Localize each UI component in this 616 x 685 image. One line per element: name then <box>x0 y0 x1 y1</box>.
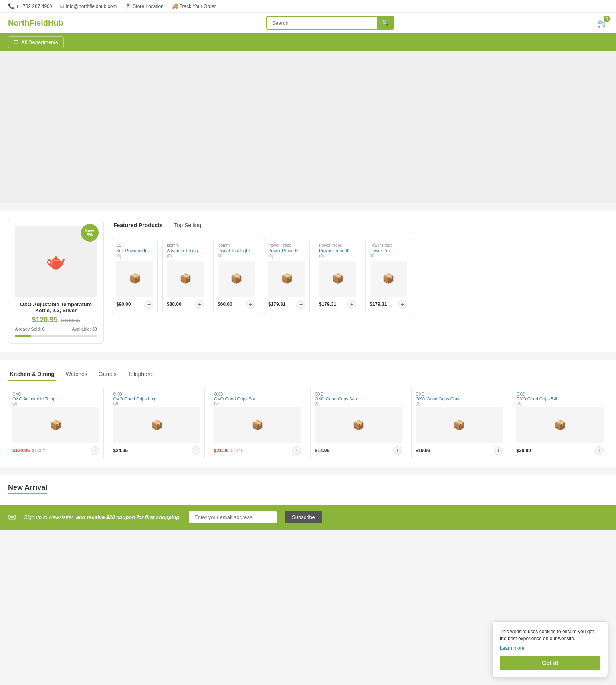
product-price: $179.31 <box>370 301 387 307</box>
product-name[interactable]: Advance Timing Light <box>167 248 204 253</box>
product-price: $80.00 <box>167 301 182 307</box>
header: NorthFieldHub 🔍 🛒 0 <box>0 13 616 33</box>
cat-product-name[interactable]: OXO Adjustable Temp... <box>12 396 99 401</box>
product-brand: Power Probe <box>370 243 407 247</box>
cat-product-image: 📦 <box>516 407 603 443</box>
email-icon: ✉ <box>60 3 64 9</box>
cat-add-to-cart-button[interactable]: + <box>192 446 200 455</box>
product-rating: (0) <box>370 254 407 258</box>
all-departments-button[interactable]: ☰ All Departments <box>8 36 64 48</box>
cat-product-name[interactable]: OXO Good Grips 5-lb... <box>516 396 603 401</box>
phone-icon: 📞 <box>8 3 14 9</box>
cat-product-name[interactable]: OXO Good Grips Glas... <box>416 396 503 401</box>
product-price-row: $60.00 + <box>218 300 255 309</box>
location-icon: 📍 <box>125 3 131 9</box>
product-name[interactable]: Digital Test Light <box>218 248 255 253</box>
track-order-item[interactable]: 🚚 Track Your Order <box>172 3 216 9</box>
cat-add-to-cart-button[interactable]: + <box>494 446 503 455</box>
nav-bar: ☰ All Departments <box>0 33 616 51</box>
product-price-row: $179.31 + <box>370 300 407 309</box>
product-price-row: $90.00 + <box>116 300 153 309</box>
cat-product-image: 📦 <box>315 407 402 443</box>
product-image: 📦 <box>370 261 407 297</box>
featured-product-card: Isomm Digital Test Light (0) 📦 $60.00 + <box>213 239 259 313</box>
featured-section: Save 9% 🫖 OXO Adjustable Temperature Ket… <box>0 211 616 352</box>
cat-product-brand: OXO <box>12 392 99 396</box>
save-label: Save <box>85 228 94 233</box>
product-image: 📦 <box>319 261 356 297</box>
cat-product-name[interactable]: OXO Good Grips Larg... <box>113 396 200 401</box>
cat-add-to-cart-button[interactable]: + <box>91 446 99 455</box>
product-image: 📦 <box>167 261 204 297</box>
main-product-title: OXO Adjustable Temperature Kettle, 2.3, … <box>15 301 97 313</box>
add-to-cart-button[interactable]: + <box>297 300 305 309</box>
phone-item[interactable]: 📞 +1 732 287 4900 <box>8 3 52 9</box>
product-image: 📦 <box>268 261 305 297</box>
new-arrival-section: New Arrival <box>0 475 616 505</box>
cat-product-brand: OXO <box>113 392 200 396</box>
cat-price: $24.95 <box>113 448 128 453</box>
cart-button[interactable]: 🛒 0 <box>597 18 608 28</box>
cat-add-to-cart-button[interactable]: + <box>393 446 402 455</box>
featured-products-grid: ESI Self-Powered Inductive ... (0) 📦 $90… <box>112 239 608 313</box>
product-name[interactable]: Power Probe III with Ca... <box>268 248 305 253</box>
category-tab-kitchen-&-dining[interactable]: Kitchen & Dining <box>8 368 56 381</box>
add-to-cart-button[interactable]: + <box>246 300 255 309</box>
product-name[interactable]: Power Pro... <box>370 248 407 253</box>
product-price-row: $179.31 + <box>319 300 356 309</box>
product-price: $179.31 <box>268 301 285 307</box>
store-location-item[interactable]: 📍 Store Location <box>125 3 163 9</box>
cat-price-original: $26.10 <box>231 449 244 453</box>
category-tab-bar: Kitchen & DiningWatchesGamesTelephone <box>8 368 608 381</box>
cat-product-rating: (0) <box>315 401 402 406</box>
product-brand: Power Probe <box>268 243 305 247</box>
cat-product-image: 📦 <box>12 407 99 443</box>
category-product-card: OXO OXO Good Grips 5-lb... (0) 📦 $39.99 … <box>512 388 608 459</box>
cat-add-to-cart-button[interactable]: + <box>595 446 604 455</box>
add-to-cart-button[interactable]: + <box>347 300 356 309</box>
available: Available: 30 <box>72 327 97 331</box>
category-product-card: OXO OXO Good Grips 3-in... (0) 📦 $14.99 … <box>310 388 406 459</box>
top-bar: 📞 +1 732 287 4900 ✉ info@northfieldhub.c… <box>0 0 616 13</box>
cat-product-name[interactable]: OXO Good Grips Sta... <box>214 396 301 401</box>
search-button[interactable]: 🔍 <box>377 17 393 29</box>
search-bar[interactable]: 🔍 <box>266 16 394 30</box>
category-tab-watches[interactable]: Watches <box>64 368 89 381</box>
add-to-cart-button[interactable]: + <box>398 300 407 309</box>
newsletter-text: Sign up to Newsletter and receive $20 co… <box>24 514 181 520</box>
cat-product-rating: (0) <box>12 401 99 406</box>
cat-product-brand: OXO <box>516 392 603 396</box>
search-icon: 🔍 <box>382 20 388 26</box>
product-rating: (0) <box>268 254 305 258</box>
product-brand: Power Probe <box>319 243 356 247</box>
newsletter-bar: ✉ Sign up to Newsletter and receive $20 … <box>0 505 616 530</box>
product-price: $60.00 <box>218 301 232 307</box>
cat-add-to-cart-button[interactable]: + <box>292 446 301 455</box>
cart-badge: 0 <box>604 16 610 22</box>
product-price-row: $179.31 + <box>268 300 305 309</box>
product-rating: (0) <box>116 254 153 258</box>
cat-price-original: $133.49 <box>32 449 46 453</box>
category-tab-games[interactable]: Games <box>97 368 118 381</box>
all-departments-label: All Departments <box>21 39 58 45</box>
featured-product-card: Isomm Advance Timing Light (0) 📦 $80.00 … <box>162 239 208 313</box>
cat-price: $21.95 <box>214 448 229 453</box>
cat-product-name[interactable]: OXO Good Grips 3-in... <box>315 396 402 401</box>
add-to-cart-button[interactable]: + <box>195 300 204 309</box>
product-rating: (0) <box>167 254 204 258</box>
product-name[interactable]: Self-Powered Inductive ... <box>116 248 153 253</box>
add-to-cart-button[interactable]: + <box>145 300 153 309</box>
product-name[interactable]: Power Probe III with Ca... <box>319 248 356 253</box>
search-input[interactable] <box>267 17 377 29</box>
tab-top-selling[interactable]: Top Selling <box>172 219 203 232</box>
featured-product-card: Power Probe Power Probe III with Ca... (… <box>264 239 310 313</box>
newsletter-subscribe-button[interactable]: Subscribe <box>285 511 322 523</box>
category-tab-telephone[interactable]: Telephone <box>126 368 155 381</box>
featured-product-card: Power Probe Power Pro... (0) 📦 $179.31 + <box>365 239 411 313</box>
tab-featured-products[interactable]: Featured Products <box>112 219 164 232</box>
category-products-grid: OXO OXO Adjustable Temp... (0) 📦 $120.95… <box>8 388 608 459</box>
cat-product-rating: (0) <box>416 401 503 406</box>
cat-price: $14.99 <box>315 448 329 453</box>
newsletter-email-input[interactable] <box>189 511 277 523</box>
email-item[interactable]: ✉ info@northfieldhub.com <box>60 3 117 9</box>
